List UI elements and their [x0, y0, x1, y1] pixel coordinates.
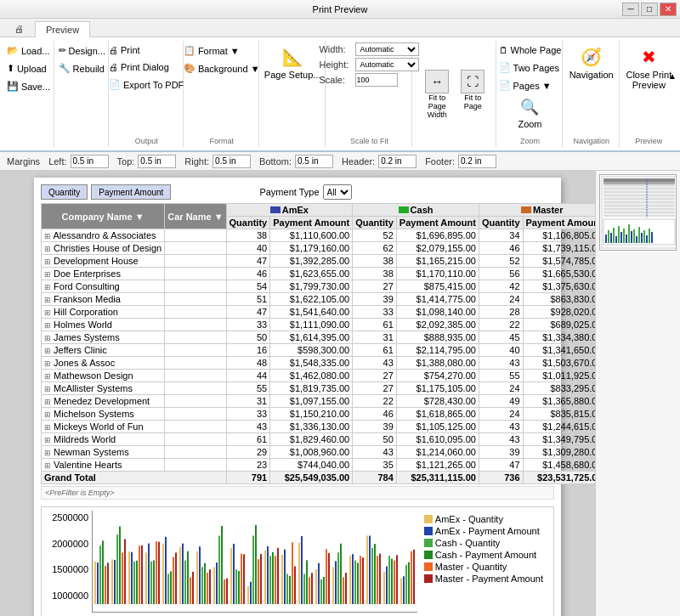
export-pdf-button[interactable]: 📄 Export To PDF — [105, 76, 188, 93]
thumbnail-box — [599, 174, 677, 251]
car-cell — [165, 408, 226, 421]
tab-icon[interactable]: 🖨 — [3, 20, 35, 37]
expand-icon[interactable]: ⊞ — [44, 461, 51, 470]
format-content: 📋 Format ▼ 🎨 Background ▼ — [179, 42, 264, 135]
payment-amount-filter-button[interactable]: Payment Amount — [91, 184, 171, 200]
bottom-input[interactable] — [295, 155, 333, 168]
expand-icon[interactable]: ⊞ — [44, 385, 51, 393]
navigation-button[interactable]: 🧭 Navigation — [562, 42, 621, 84]
table-row: ⊞ Hill Corporation 47 $1,541,640.00 33 $… — [42, 306, 596, 319]
ribbon-collapse-button[interactable]: ▲ — [668, 71, 677, 81]
table-row: ⊞ Jones & Assoc 48 $1,548,335.00 43 $1,3… — [42, 357, 596, 370]
top-input[interactable] — [138, 155, 176, 168]
width-select[interactable]: Automatic — [355, 42, 419, 56]
pagesetup-button[interactable]: 📐 Page Setup... — [257, 42, 329, 84]
save-button[interactable]: 💾 Save... — [3, 78, 54, 94]
maximize-button[interactable]: □ — [641, 3, 658, 16]
expand-icon[interactable]: ⊞ — [44, 257, 51, 266]
amex-qty-cell: 23 — [226, 459, 270, 472]
background-button[interactable]: 🎨 Background ▼ — [179, 60, 264, 76]
tab-preview[interactable]: Preview — [35, 21, 90, 37]
chart-bar — [148, 544, 150, 604]
header-input[interactable] — [378, 155, 416, 168]
chart-bar — [343, 577, 344, 604]
car-cell — [165, 357, 226, 370]
expand-icon[interactable]: ⊞ — [44, 436, 51, 444]
expand-icon[interactable]: ⊞ — [44, 347, 51, 355]
print-dialog-button[interactable]: 🖨 Print Dialog — [105, 59, 173, 75]
amex-qty-header: Quantity — [226, 217, 270, 229]
y-label-2000000: 2000000 — [45, 539, 88, 549]
format-button[interactable]: 📋 Format ▼ — [179, 42, 244, 59]
svg-rect-21 — [604, 215, 675, 217]
chart-bar — [221, 526, 223, 604]
fit-to-page-width-button[interactable]: ↔ Fit to PageWidth — [421, 65, 453, 123]
table-row: ⊞ Holmes World 33 $1,111,090.00 61 $2,09… — [42, 319, 596, 331]
chart-bar — [379, 554, 381, 604]
expand-icon[interactable]: ⊞ — [44, 334, 51, 342]
quantity-filter-button[interactable]: Quantity — [41, 184, 88, 200]
print-button[interactable]: 🖨 Print — [105, 42, 144, 58]
expand-icon[interactable]: ⊞ — [44, 410, 51, 419]
top-label: Top: — [117, 156, 135, 167]
cash-amt-cell: $1,414,775.00 — [396, 293, 479, 306]
filter-buttons-row: Quantity Payment Amount Payment Type All — [41, 184, 554, 200]
scale-controls: Width: Automatic Height: Automatic Scale… — [319, 42, 419, 87]
svg-rect-20 — [604, 213, 675, 215]
expand-icon[interactable]: ⊞ — [44, 283, 51, 291]
master-amt-cell: $835,815.00 — [523, 408, 595, 421]
car-cell — [165, 306, 226, 319]
close-preview-button[interactable]: ✖ Close PrintPreview — [618, 42, 679, 94]
expand-icon[interactable]: ⊞ — [44, 245, 51, 253]
company-cell: ⊞ Hill Corporation — [42, 306, 165, 319]
load-button[interactable]: 📂 Load... — [3, 42, 54, 59]
expand-icon[interactable]: ⊞ — [44, 232, 51, 240]
chart-bar — [128, 551, 130, 604]
master-amt-cell: $1,244,615.00 — [523, 421, 595, 433]
expand-icon[interactable]: ⊞ — [44, 423, 51, 432]
table-row: ⊞ Jeffers Clinic 16 $598,300.00 61 $2,11… — [42, 344, 596, 357]
svg-rect-38 — [643, 230, 645, 243]
upload-button[interactable]: ⬆ Upload — [3, 60, 51, 76]
rebuild-icon: 🔧 — [59, 63, 71, 74]
design-button[interactable]: ✏ Design... — [54, 42, 110, 59]
amex-amt-cell: $1,829,460.00 — [270, 433, 353, 446]
chart-bar — [252, 535, 254, 604]
cash-amt-cell: $1,388,080.00 — [396, 357, 479, 370]
svg-rect-17 — [604, 208, 675, 210]
scale-label: Scale: — [319, 75, 353, 85]
chart-bar — [156, 541, 157, 604]
expand-icon[interactable]: ⊞ — [44, 270, 51, 279]
footer-input[interactable] — [458, 155, 496, 168]
rebuild-button[interactable]: 🔧 Rebuild — [54, 60, 109, 76]
right-input[interactable] — [212, 155, 251, 168]
expand-icon[interactable]: ⊞ — [44, 359, 51, 368]
minimize-button[interactable]: ─ — [622, 3, 639, 16]
expand-icon[interactable]: ⊞ — [44, 398, 51, 406]
expand-icon[interactable]: ⊞ — [44, 372, 51, 381]
company-cell: ⊞ Michelson Systems — [42, 408, 165, 421]
expand-icon[interactable]: ⊞ — [44, 296, 51, 304]
chart-bar — [207, 573, 208, 604]
amex-amt-cell: $1,392,285.00 — [270, 255, 353, 268]
two-pages-button[interactable]: 📄 Two Pages — [495, 59, 564, 76]
expand-icon[interactable]: ⊞ — [44, 321, 51, 330]
expand-icon[interactable]: ⊞ — [44, 308, 51, 317]
whole-page-button[interactable]: 🗒 Whole Page — [495, 42, 566, 58]
pages-button[interactable]: 📄 Pages ▼ — [495, 77, 556, 93]
zoom-content: 🗒 Whole Page 📄 Two Pages 📄 Pages ▼ — [495, 42, 566, 93]
fit-to-page-button[interactable]: ⛶ Fit toPage — [456, 65, 489, 123]
payment-type-select[interactable]: All — [323, 184, 352, 200]
car-cell — [165, 293, 226, 306]
legend-master-qty: Master - Quantity — [424, 562, 543, 572]
chart-bar — [182, 544, 184, 604]
left-input[interactable] — [71, 155, 109, 168]
zoom-button[interactable]: 🔍 Zoom — [510, 93, 549, 133]
legend-cash-amt-color — [424, 551, 433, 559]
close-button[interactable]: ✕ — [660, 3, 677, 16]
chart-bar — [230, 548, 232, 604]
expand-icon[interactable]: ⊞ — [44, 449, 51, 457]
height-select[interactable]: Automatic — [355, 58, 419, 71]
scale-input[interactable] — [355, 73, 398, 87]
amex-qty-cell: 38 — [226, 229, 270, 242]
